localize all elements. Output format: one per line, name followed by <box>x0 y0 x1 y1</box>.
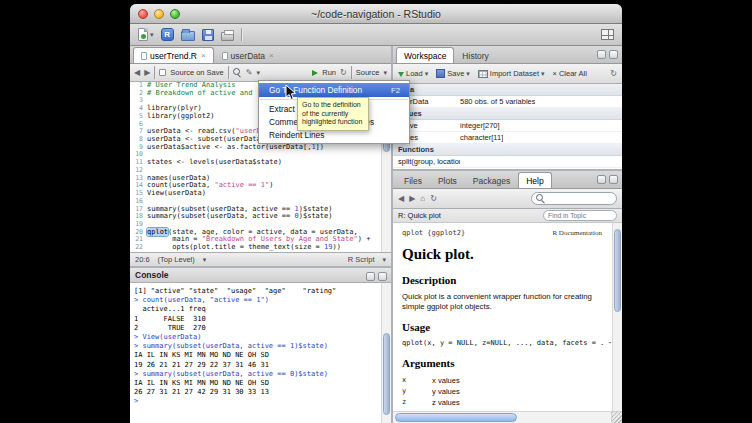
panes-layout-icon[interactable] <box>601 29 614 40</box>
workspace-item-active[interactable]: activeinteger[270] <box>393 120 622 132</box>
close-tab-icon[interactable]: × <box>201 51 206 60</box>
tab-workspace[interactable]: Workspace <box>396 47 454 63</box>
run-button[interactable]: Run <box>322 68 336 77</box>
tab-label: userData <box>231 51 266 61</box>
minimize-pane-button[interactable] <box>597 175 606 184</box>
tab-userdata[interactable]: userData× <box>214 47 282 63</box>
help-scrollbar-thumb[interactable] <box>614 229 621 312</box>
code-line-9[interactable]: 9userData$active <- as.factor(userData[,… <box>130 144 381 152</box>
code-line-11[interactable]: 11states <- levels(userData$state) <box>130 159 381 167</box>
minimize-window-button[interactable] <box>154 9 164 19</box>
right-column: WorkspaceHistory Load ▾ Save ▾ <box>393 46 622 423</box>
workspace-item-userdata[interactable]: userData580 obs. of 5 variables <box>393 96 622 108</box>
workspace-item-split-group-location[interactable]: split(group, location, ...) <box>393 156 622 168</box>
help-horizontal-scrollbar-thumb[interactable] <box>395 413 517 422</box>
menu-item-tooltip: Go to the definition of the currently hi… <box>297 97 369 131</box>
tab-history[interactable]: History <box>454 47 496 63</box>
load-workspace-button[interactable]: Load ▾ <box>398 69 428 78</box>
tab-plots[interactable]: Plots <box>430 172 465 188</box>
tab-files[interactable]: Files <box>396 172 430 188</box>
search-icon <box>536 194 545 203</box>
rstudio-window: ~/code-navigation - RStudio ▾ R userTren… <box>130 4 622 423</box>
cursor-position: 20:6 <box>135 255 150 264</box>
code-tools-icon[interactable]: ✎ <box>246 68 253 77</box>
minimize-pane-button[interactable] <box>597 50 606 59</box>
help-toolbar: ◀ ▶ ⌂ ↻ <box>393 189 622 209</box>
import-dataset-button[interactable]: Import Dataset ▾ <box>478 69 545 78</box>
close-tab-icon[interactable]: × <box>269 51 274 60</box>
save-icon[interactable] <box>202 29 214 41</box>
forward-icon[interactable]: ▶ <box>409 194 415 203</box>
tab-packages[interactable]: Packages <box>465 172 518 188</box>
source-on-save-checkbox[interactable] <box>159 69 166 76</box>
rerun-icon[interactable]: ↻ <box>340 68 347 77</box>
chevron-down-icon: ▾ <box>203 256 207 264</box>
menu-item-go-to-function-definition[interactable]: Go To Function DefinitionF2 <box>259 83 409 97</box>
window-title: ~/code-navigation - RStudio <box>190 8 562 20</box>
toolbar-separator <box>154 66 155 79</box>
console-line: IA IL IN KS MI MN MO ND NE OH SD <box>134 351 381 360</box>
resize-grip[interactable] <box>611 411 622 423</box>
load-icon <box>398 72 404 77</box>
source-tab-bar: userTrend.R×userData× <box>130 46 391 64</box>
toolbar-separator <box>228 66 229 79</box>
forward-icon[interactable]: ▶ <box>144 68 150 77</box>
open-file-icon[interactable] <box>181 31 195 41</box>
help-document: qplot {ggplot2} R Documentation Quick pl… <box>393 223 611 411</box>
chevron-down-icon: ▾ <box>541 70 545 78</box>
maximize-pane-button[interactable] <box>609 175 618 184</box>
console-line: 1 FALSE 310 <box>134 315 381 324</box>
console-scrollbar[interactable] <box>381 283 391 423</box>
doc-description-heading: Description <box>402 274 602 286</box>
tab-label: Files <box>404 176 422 186</box>
chevron-down-icon[interactable]: ▾ <box>256 69 260 77</box>
source-button[interactable]: Source <box>356 68 380 77</box>
tab-label: Workspace <box>404 51 446 61</box>
tab-usertrend-r[interactable]: userTrend.R× <box>133 47 214 63</box>
tab-help[interactable]: Help <box>518 172 551 188</box>
console-scrollbar-thumb[interactable] <box>383 333 390 414</box>
code-line-18[interactable]: 18summary(subset(userData, active == 0)$… <box>130 213 381 221</box>
clear-all-button[interactable]: × Clear All <box>553 69 587 78</box>
doc-header-row: qplot {ggplot2} R Documentation <box>402 229 602 237</box>
help-horizontal-scrollbar[interactable] <box>393 411 611 423</box>
file-type-indicator[interactable]: R Script <box>348 255 375 264</box>
maximize-pane-button[interactable] <box>609 50 618 59</box>
home-icon[interactable]: ⌂ <box>420 194 425 203</box>
file-icon <box>141 52 147 60</box>
code-line-22[interactable]: 22 opts(plot.title = theme_text(size = 1… <box>130 244 381 252</box>
console-header: Console <box>130 268 391 283</box>
minimize-pane-button[interactable] <box>366 272 375 281</box>
run-icon[interactable] <box>312 70 318 76</box>
close-window-button[interactable] <box>138 9 148 19</box>
refresh-workspace-icon[interactable]: ↻ <box>610 69 617 78</box>
find-icon[interactable] <box>233 68 242 77</box>
workspace-item-states[interactable]: statescharacter[11] <box>393 132 622 144</box>
console-line: > <box>134 397 381 406</box>
back-icon[interactable]: ◀ <box>398 194 404 203</box>
new-file-button[interactable]: ▾ <box>138 28 154 41</box>
save-workspace-button[interactable]: Save ▾ <box>436 69 470 78</box>
refresh-icon[interactable]: ↻ <box>430 194 437 203</box>
mouse-cursor <box>285 84 297 101</box>
back-icon[interactable]: ◀ <box>134 68 140 77</box>
help-pane-buttons <box>597 175 618 184</box>
maximize-pane-button[interactable] <box>378 272 387 281</box>
find-in-topic-input[interactable] <box>548 212 608 219</box>
console-output[interactable]: [1] "active" "state" "usage" "age" "rati… <box>134 283 381 423</box>
workspace-pane: WorkspaceHistory Load ▾ Save ▾ <box>393 46 622 169</box>
title-bar[interactable]: ~/code-navigation - RStudio <box>130 4 622 24</box>
chevron-down-icon: ▾ <box>150 31 154 39</box>
workspace-section-functions: Functions <box>393 144 622 156</box>
console-line: active...1 freq <box>134 305 381 314</box>
code-line-15[interactable]: 15View(userData) <box>130 190 381 198</box>
new-project-icon[interactable]: R <box>161 28 174 41</box>
print-icon[interactable] <box>221 32 234 41</box>
scope-indicator[interactable]: (Top Level) <box>158 255 195 264</box>
window-controls <box>138 9 180 19</box>
help-scrollbar[interactable] <box>612 223 622 411</box>
chevron-down-icon: ▾ <box>425 70 429 78</box>
zoom-window-button[interactable] <box>170 9 180 19</box>
help-search-input[interactable] <box>548 195 608 202</box>
chevron-down-icon[interactable]: ▾ <box>383 69 387 77</box>
